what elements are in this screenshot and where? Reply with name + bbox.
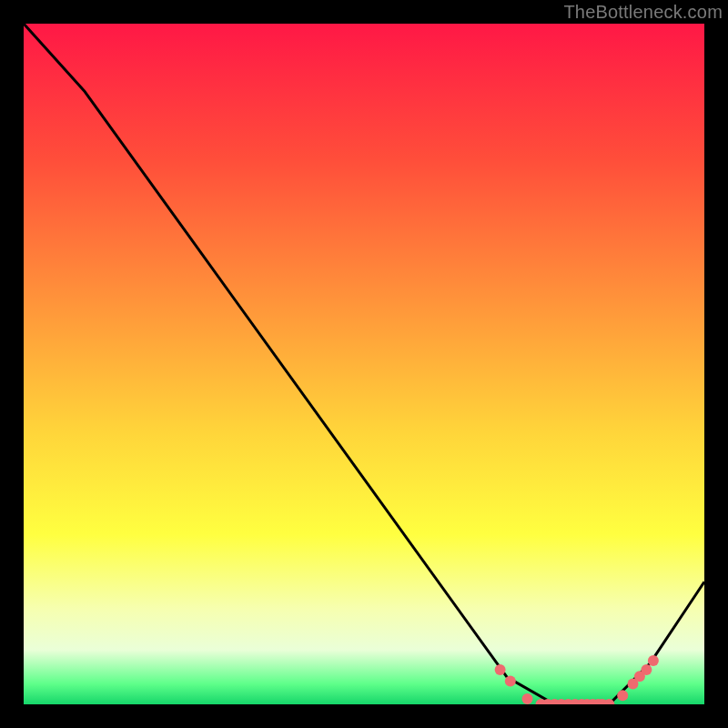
curve-marker (522, 693, 533, 704)
plot-area (24, 24, 704, 704)
chart-container: TheBottleneck.com (0, 0, 728, 728)
curve-marker (495, 664, 506, 675)
curve-marker (648, 655, 659, 666)
curve-marker (505, 676, 516, 687)
chart-svg (24, 24, 704, 704)
attribution-label: TheBottleneck.com (563, 2, 723, 23)
curve-marker (617, 690, 628, 701)
curve-marker (641, 664, 652, 675)
gradient-background (24, 24, 704, 704)
